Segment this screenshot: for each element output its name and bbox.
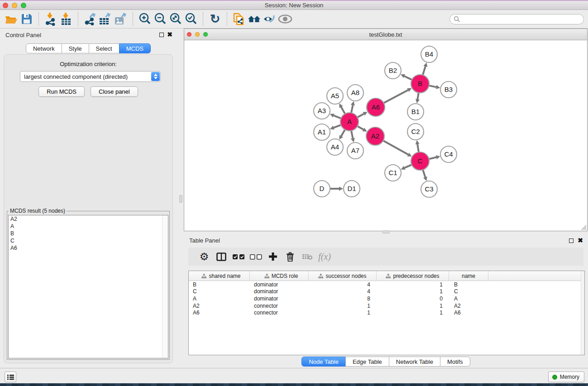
edge-arrow-icon bbox=[416, 140, 420, 145]
edge-arrow-icon bbox=[423, 176, 427, 181]
tab-node-table[interactable]: Node Table bbox=[301, 357, 346, 367]
edge-arrow-icon bbox=[416, 99, 420, 104]
table-cell: 8 bbox=[309, 295, 377, 302]
close-panel-button[interactable]: Close panel bbox=[91, 86, 138, 97]
run-mcds-button[interactable]: Run MCDS bbox=[38, 86, 85, 97]
table-tabs: Node Table Edge Table Network Table Moti… bbox=[184, 357, 588, 367]
table-row[interactable]: A6connector11A6 bbox=[189, 309, 584, 316]
control-panel: Control Panel ✖ Network Style Select MCD… bbox=[0, 29, 177, 368]
table-cell: dominator bbox=[250, 288, 309, 295]
delete-table-icon[interactable] bbox=[299, 249, 316, 264]
mcds-result-item[interactable]: A6 bbox=[9, 244, 168, 252]
import-table-icon[interactable] bbox=[58, 12, 74, 26]
import-network-icon[interactable] bbox=[43, 12, 58, 26]
hide-graphics-details-icon[interactable] bbox=[262, 12, 277, 26]
table-cell: 4 bbox=[309, 281, 377, 288]
add-column-icon[interactable] bbox=[264, 249, 282, 264]
graph-node-label: A3 bbox=[318, 107, 326, 114]
memory-status-icon bbox=[552, 375, 557, 380]
mcds-result-item[interactable]: C bbox=[9, 237, 168, 244]
node-table[interactable]: shared name MCDS role successor nodes pr… bbox=[188, 271, 585, 355]
zoom-out-icon[interactable] bbox=[153, 12, 168, 26]
home-networks-icon[interactable] bbox=[247, 12, 262, 26]
mcds-result-item[interactable]: A bbox=[9, 223, 168, 230]
graph-node-label: C2 bbox=[411, 128, 420, 135]
network-graph[interactable]: B4B2BB3A5A8A6B1A3AA1C2A2A4A7C4CC1C3DD1 bbox=[184, 40, 587, 231]
export-image-icon[interactable] bbox=[113, 12, 129, 26]
edge-A2-C[interactable] bbox=[382, 140, 408, 155]
criterion-select[interactable]: largest connected component (directed) bbox=[20, 71, 161, 82]
delete-column-icon[interactable] bbox=[282, 249, 299, 264]
tab-mcds[interactable]: MCDS bbox=[119, 43, 151, 53]
table-settings-icon[interactable]: ⚙ bbox=[196, 249, 213, 264]
mcds-result-item[interactable]: B bbox=[9, 230, 168, 237]
zoom-fit-icon[interactable] bbox=[168, 12, 183, 26]
table-cell: B bbox=[449, 281, 488, 288]
tab-select[interactable]: Select bbox=[89, 43, 120, 53]
float-table-panel-icon[interactable] bbox=[569, 238, 574, 243]
window-titlebar: Session: New Session bbox=[0, 1, 588, 10]
graph-node-label: B3 bbox=[445, 86, 453, 93]
network-window-titlebar[interactable]: testGlobe.txt bbox=[184, 29, 587, 40]
save-session-icon[interactable] bbox=[19, 12, 34, 26]
graph-node-label: A bbox=[347, 118, 352, 125]
graph-node-label: C3 bbox=[425, 185, 433, 193]
table-row[interactable]: Bdominator41B bbox=[189, 281, 584, 288]
show-graphics-details-icon[interactable] bbox=[277, 12, 293, 26]
mcds-result-list[interactable]: A2ABCA6 bbox=[8, 215, 168, 358]
table-row[interactable]: Adominator80A bbox=[189, 295, 584, 302]
vertical-split-handle[interactable] bbox=[179, 195, 182, 203]
toolbar-separator bbox=[203, 12, 203, 26]
graph-node-label: A4 bbox=[331, 143, 339, 151]
show-columns-icon[interactable] bbox=[213, 249, 230, 264]
search-input[interactable] bbox=[449, 14, 584, 24]
table-cell: A bbox=[189, 295, 250, 302]
edge-B-B4[interactable] bbox=[422, 67, 425, 76]
table-cell: C bbox=[449, 288, 488, 295]
deselect-all-checkboxes-icon[interactable] bbox=[247, 249, 264, 264]
table-row[interactable]: Cdominator41C bbox=[189, 288, 584, 295]
mcds-result-group: MCDS result (5 nodes) A2ABCA6 bbox=[7, 208, 170, 360]
close-table-panel-icon[interactable]: ✖ bbox=[578, 237, 583, 244]
horizontal-split-handle[interactable] bbox=[382, 230, 390, 234]
column-header-predecessor-nodes[interactable]: predecessor nodes bbox=[377, 271, 449, 281]
column-header-mcds-role[interactable]: MCDS role bbox=[250, 271, 309, 281]
export-table-icon[interactable] bbox=[98, 12, 113, 26]
column-header-shared-name[interactable]: shared name bbox=[189, 271, 250, 281]
list-icon bbox=[7, 374, 14, 380]
zoom-in-icon[interactable] bbox=[137, 12, 153, 26]
close-panel-icon[interactable]: ✖ bbox=[167, 31, 172, 38]
memory-button[interactable]: Memory bbox=[548, 372, 584, 382]
show-task-history-button[interactable] bbox=[5, 372, 16, 382]
graph-node-label: C bbox=[418, 157, 423, 165]
refresh-icon[interactable]: ↻ bbox=[207, 12, 223, 26]
export-network-icon[interactable] bbox=[82, 12, 98, 26]
float-panel-icon[interactable] bbox=[159, 33, 164, 37]
column-header-successor-nodes[interactable]: successor nodes bbox=[309, 271, 377, 281]
network-canvas[interactable]: B4B2BB3A5A8A6B1A3AA1C2A2A4A7C4CC1C3DD1 bbox=[184, 40, 587, 231]
table-scrollbar[interactable] bbox=[581, 271, 584, 355]
open-file-icon[interactable] bbox=[4, 12, 19, 26]
table-cell: 1 bbox=[377, 310, 449, 316]
function-builder-icon[interactable]: f(x) bbox=[316, 249, 333, 264]
tab-network[interactable]: Network bbox=[26, 43, 62, 53]
graph-node-label: C1 bbox=[388, 169, 397, 176]
new-network-from-selection-icon[interactable] bbox=[231, 12, 247, 26]
desktop-background bbox=[0, 383, 588, 386]
search-icon bbox=[454, 16, 460, 23]
zoom-selected-icon[interactable] bbox=[183, 12, 199, 26]
control-panel-title: Control Panel bbox=[5, 32, 41, 38]
table-toolbar: ⚙ f(x) bbox=[188, 248, 583, 266]
tab-network-table[interactable]: Network Table bbox=[389, 357, 440, 367]
edge-arrow-icon bbox=[436, 85, 440, 89]
tab-edge-table[interactable]: Edge Table bbox=[345, 357, 389, 367]
resize-grip-icon[interactable] bbox=[581, 224, 587, 230]
select-all-checkboxes-icon[interactable] bbox=[230, 249, 247, 264]
tab-motifs[interactable]: Motifs bbox=[440, 357, 470, 367]
list-scrollbar[interactable] bbox=[162, 215, 168, 358]
edge-A6-B[interactable] bbox=[383, 90, 408, 104]
column-header-name[interactable]: name bbox=[449, 271, 488, 281]
mcds-result-item[interactable]: A2 bbox=[9, 215, 168, 223]
table-row[interactable]: A2connector11A2 bbox=[189, 302, 584, 310]
tab-style[interactable]: Style bbox=[62, 43, 89, 53]
